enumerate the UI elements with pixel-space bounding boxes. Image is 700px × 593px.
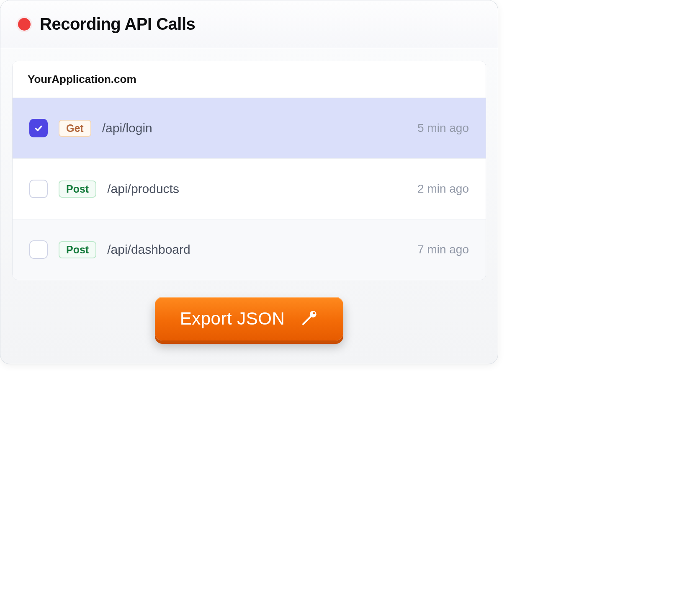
row-left: Post/api/products: [29, 180, 179, 198]
http-method-badge: Get: [59, 120, 91, 137]
panel-title: Recording API Calls: [40, 15, 195, 34]
select-call-checkbox[interactable]: [29, 119, 48, 137]
http-method-badge: Post: [59, 180, 96, 198]
endpoint-path: /api/login: [102, 121, 152, 135]
row-left: Get/api/login: [29, 119, 152, 137]
http-method-badge: Post: [59, 241, 96, 258]
postman-icon: [299, 309, 318, 328]
call-timestamp: 5 min ago: [417, 121, 469, 135]
api-call-row[interactable]: Get/api/login5 min ago: [13, 98, 486, 158]
domain-label: YourApplication.com: [13, 61, 486, 98]
api-calls-list: YourApplication.com Get/api/login5 min a…: [12, 61, 486, 280]
recording-panel: Recording API Calls YourApplication.com …: [0, 0, 498, 364]
export-section: Export JSON: [0, 280, 498, 364]
recording-indicator-icon: [18, 18, 31, 31]
select-call-checkbox[interactable]: [29, 180, 48, 198]
api-call-row[interactable]: Post/api/dashboard7 min ago: [13, 219, 486, 280]
select-call-checkbox[interactable]: [29, 240, 48, 259]
endpoint-path: /api/products: [107, 182, 179, 196]
export-json-button[interactable]: Export JSON: [155, 297, 344, 340]
call-timestamp: 2 min ago: [417, 182, 469, 196]
row-left: Post/api/dashboard: [29, 240, 190, 259]
call-timestamp: 7 min ago: [417, 243, 469, 256]
svg-point-1: [313, 312, 315, 315]
endpoint-path: /api/dashboard: [107, 242, 190, 257]
api-call-row[interactable]: Post/api/products2 min ago: [13, 158, 486, 219]
panel-header: Recording API Calls: [0, 0, 498, 48]
export-button-label: Export JSON: [180, 309, 285, 329]
